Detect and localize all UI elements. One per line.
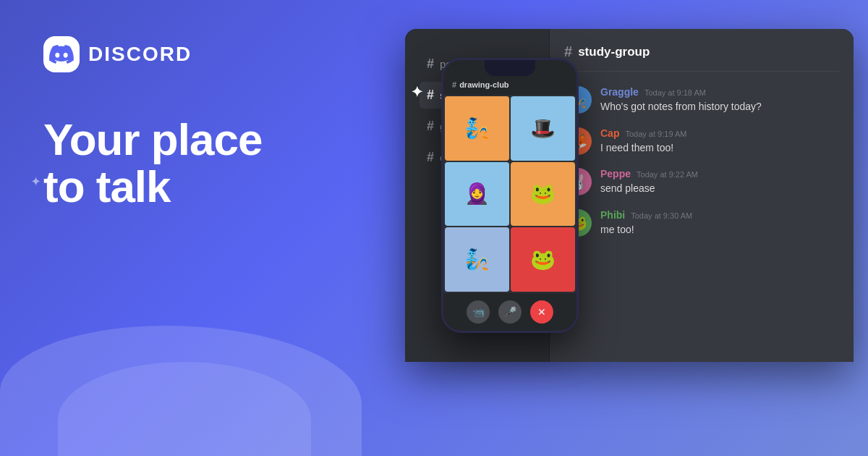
camera-button[interactable]: 📹	[467, 300, 490, 324]
video-cell-7: 🐸	[511, 227, 575, 292]
mic-button[interactable]: 🎤	[498, 300, 522, 324]
table-row: 🐰 Peppe Today at 9:22 AM send please	[564, 168, 839, 196]
table-row: 🐸 Phibi Today at 9:30 AM me too!	[564, 209, 839, 237]
message-text: send please	[600, 182, 839, 196]
video-cell-2: 🧕	[445, 162, 509, 227]
message-content: Phibi Today at 9:30 AM me too!	[600, 209, 839, 237]
message-content: Cap Today at 9:19 AM I need them too!	[600, 127, 839, 156]
phone-screen: # drawing-club 🧞 🎩 🧕 🐸 🧞 🐸 📹 🎤 ✕	[443, 60, 576, 331]
phone-channel-name: drawing-club	[459, 80, 509, 89]
message-header: Cap Today at 9:19 AM	[600, 127, 839, 139]
phone-device: # drawing-club 🧞 🎩 🧕 🐸 🧞 🐸 📹 🎤 ✕	[441, 58, 579, 333]
hash-icon: #	[452, 80, 456, 89]
video-cell-1: 🎩	[511, 96, 575, 161]
tagline-line2: to talk	[43, 163, 311, 210]
tagline: Your place to talk	[43, 116, 311, 210]
message-username: Cap	[600, 127, 619, 139]
message-username: Peppe	[600, 168, 631, 180]
logo-area: DISCORD	[43, 36, 311, 72]
table-row: 🦊 Cap Today at 9:19 AM I need them too!	[564, 127, 839, 156]
message-header: Peppe Today at 9:22 AM	[600, 168, 839, 180]
chat-header: # study-group	[564, 43, 839, 72]
message-header: Phibi Today at 9:30 AM	[600, 209, 839, 221]
phone-controls: 📹 🎤 ✕	[443, 293, 576, 331]
message-username: Graggle	[600, 86, 639, 98]
star-decoration: ✦	[30, 174, 41, 190]
message-username: Phibi	[600, 209, 625, 221]
chat-hash-icon: #	[564, 43, 572, 60]
message-time: Today at 9:22 AM	[637, 170, 698, 179]
video-cell-3: 🐸	[511, 162, 575, 227]
message-text: me too!	[600, 223, 839, 237]
brand-name: DISCORD	[88, 43, 192, 66]
table-row: 🧞 Graggle Today at 9:18 AM Who's got not…	[564, 86, 839, 114]
message-content: Graggle Today at 9:18 AM Who's got notes…	[600, 86, 839, 114]
right-section: ✦ # pet-photos # study-group # games #	[318, 0, 868, 456]
hash-icon: #	[427, 56, 434, 72]
message-text: Who's got notes from history today?	[600, 100, 839, 114]
chat-channel-title: study-group	[578, 45, 650, 59]
message-time: Today at 9:19 AM	[625, 130, 686, 138]
chat-area: # study-group 🧞 Graggle Today at 9:18 AM	[550, 29, 854, 362]
message-content: Peppe Today at 9:22 AM send please	[600, 168, 839, 196]
hash-icon: #	[427, 119, 434, 134]
message-list: 🧞 Graggle Today at 9:18 AM Who's got not…	[564, 86, 839, 237]
message-time: Today at 9:30 AM	[631, 211, 692, 220]
hash-icon: #	[427, 150, 434, 165]
message-text: I need them too!	[600, 141, 839, 156]
video-cell-0: 🧞	[445, 96, 509, 161]
video-cell-6: 🧞	[445, 227, 509, 292]
end-call-button[interactable]: ✕	[530, 300, 553, 324]
left-section: DISCORD Your place to talk ✦	[0, 0, 347, 456]
tagline-line1: Your place	[43, 116, 311, 163]
star-laptop-decoration: ✦	[411, 83, 423, 101]
phone-video-grid: 🧞 🎩 🧕 🐸 🧞 🐸	[443, 95, 576, 293]
message-time: Today at 9:18 AM	[644, 88, 706, 97]
phone-notch	[485, 60, 535, 76]
message-header: Graggle Today at 9:18 AM	[600, 86, 839, 98]
discord-icon	[43, 36, 80, 72]
hash-icon: #	[427, 88, 434, 103]
